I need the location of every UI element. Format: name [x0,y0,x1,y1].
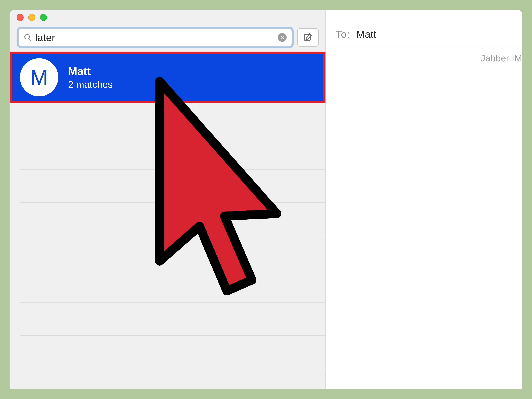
list-separator [20,269,325,303]
search-icon [24,33,32,41]
list-separator [20,103,325,136]
conversation-text: Matt 2 matches [68,65,113,90]
list-separator [20,203,325,236]
to-value: Matt [356,28,376,40]
toolbar [10,25,325,51]
compose-button[interactable] [297,28,319,47]
service-hint: Jabber IM [481,53,522,63]
conversation-name: Matt [68,65,113,77]
conversation-list: M Matt 2 matches [10,51,325,389]
compose-icon [303,32,313,43]
sidebar: M Matt 2 matches [10,10,326,389]
window-close-button[interactable] [17,14,24,21]
svg-point-0 [25,34,29,39]
to-field-row: To: Matt [326,28,522,47]
list-separator [20,170,325,203]
to-label: To: [336,28,350,40]
avatar-initial: M [30,65,48,90]
app-window: M Matt 2 matches To: [10,10,522,389]
svg-line-1 [29,38,31,40]
avatar: M [20,58,58,96]
list-separator [20,303,325,336]
conversation-row[interactable]: M Matt 2 matches [10,51,325,103]
service-hint-row: Jabber IM [326,47,522,69]
list-separator [20,236,325,269]
search-input[interactable] [35,29,275,46]
conversation-pane: To: Matt Jabber IM [326,10,522,389]
list-separator [20,136,325,170]
window-zoom-button[interactable] [40,14,47,21]
window-titlebar [10,10,325,25]
search-field-wrapper[interactable] [18,28,292,47]
list-separator [20,336,325,369]
window-minimize-button[interactable] [28,14,35,21]
conversation-subtitle: 2 matches [68,79,113,90]
clear-search-button[interactable] [278,33,287,42]
